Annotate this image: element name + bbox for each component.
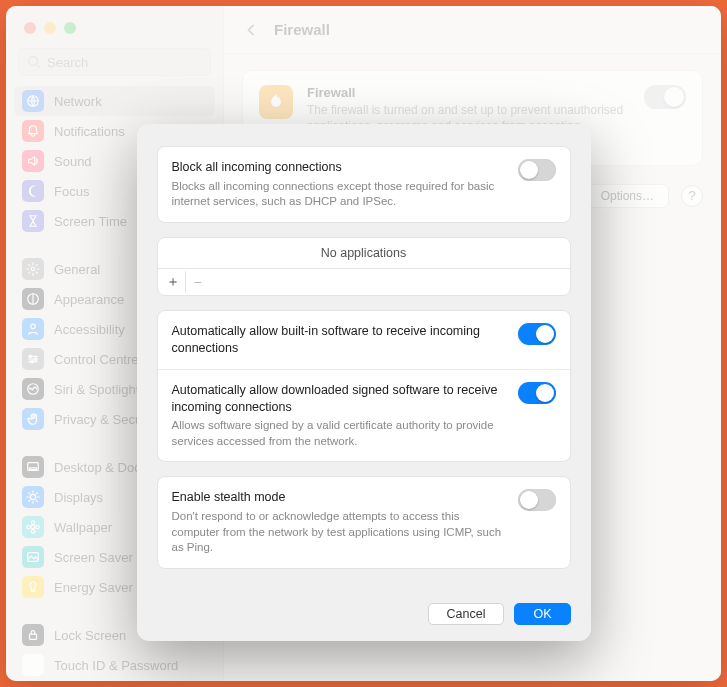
applications-empty-label: No applications xyxy=(158,238,570,268)
auto-allow-panel: Automatically allow built-in software to… xyxy=(157,310,571,463)
stealth-panel: Enable stealth mode Don't respond to or … xyxy=(157,476,571,568)
add-application-button[interactable]: ＋ xyxy=(162,271,186,293)
block-all-desc: Blocks all incoming connections except t… xyxy=(172,179,504,210)
remove-application-button[interactable]: − xyxy=(186,271,210,293)
auto-signed-toggle[interactable] xyxy=(518,382,556,404)
block-all-toggle[interactable] xyxy=(518,159,556,181)
stealth-toggle[interactable] xyxy=(518,489,556,511)
block-all-panel: Block all incoming connections Blocks al… xyxy=(157,146,571,223)
auto-builtin-title: Automatically allow built-in software to… xyxy=(172,323,504,357)
block-all-title: Block all incoming connections xyxy=(172,159,504,176)
applications-add-remove: ＋ − xyxy=(158,268,570,295)
auto-builtin-toggle[interactable] xyxy=(518,323,556,345)
stealth-desc: Don't respond to or acknowledge attempts… xyxy=(172,509,504,556)
system-settings-window: Search NetworkNotificationsSoundFocusScr… xyxy=(6,6,721,681)
auto-signed-title: Automatically allow downloaded signed so… xyxy=(172,382,504,416)
auto-signed-desc: Allows software signed by a valid certif… xyxy=(172,418,504,449)
stealth-title: Enable stealth mode xyxy=(172,489,504,506)
firewall-options-sheet: Block all incoming connections Blocks al… xyxy=(137,124,591,641)
applications-panel: No applications ＋ − xyxy=(157,237,571,296)
cancel-button[interactable]: Cancel xyxy=(428,603,505,625)
modal-dimmer: Block all incoming connections Blocks al… xyxy=(6,6,721,681)
ok-button[interactable]: OK xyxy=(514,603,570,625)
